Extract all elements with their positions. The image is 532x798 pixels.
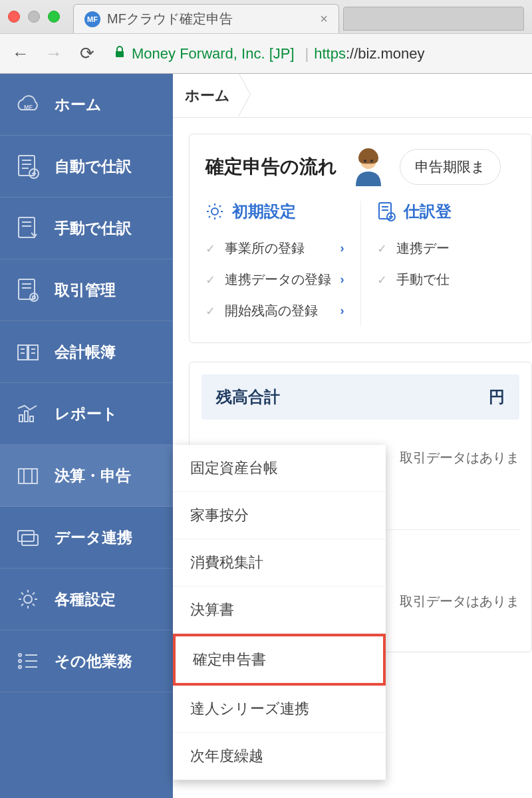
document-gear-icon [15,277,41,303]
checklist-label: 連携データの登録 [225,271,340,289]
sidebar-item-label: 決算・申告 [55,466,131,486]
sidebar-item-label: レポート [55,404,118,424]
window-controls [8,11,60,23]
checklist-label: 連携デー [396,239,516,257]
envelope-icon [15,462,41,489]
breadcrumb-home[interactable]: ホーム [185,86,250,106]
section-header-entry: 仕訳登 [377,201,516,222]
submenu-closing: 固定資産台帳 家事按分 消費税集計 決算書 確定申告書 達人シリーズ連携 次年度… [173,445,386,780]
cards-icon [15,524,41,551]
checklist-item[interactable]: ✓ 事業所の登録 › [205,233,344,264]
document-hand-icon [15,215,41,241]
sidebar-item-label: 各種設定 [55,589,116,610]
submenu-item-tax-return[interactable]: 確定申告書 [173,634,386,686]
submenu-item-financial-statements[interactable]: 決算書 [173,587,386,634]
tab-bar: MF MFクラウド確定申告 × [0,0,532,33]
cloud-icon: MF [15,91,41,118]
check-icon: ✓ [205,241,215,256]
flow-section-entry: 仕訳登 ✓ 連携デー ✓ 手動で仕 [360,201,516,327]
speech-bubble: 申告期限ま [400,149,501,185]
section-header-initial: 初期設定 [205,201,344,222]
url-separator: | [305,45,309,63]
check-icon: ✓ [377,241,387,256]
sidebar-item-label: 自動で仕訳 [55,156,132,177]
sidebar-item-closing[interactable]: 決算・申告 [0,445,173,507]
section-title: 初期設定 [232,201,296,222]
breadcrumb: ホーム [173,74,532,118]
svg-point-39 [211,208,218,215]
browser-chrome: MF MFクラウド確定申告 × ← → ⟳ Money Forward, Inc… [0,0,532,74]
gear-icon [15,586,41,612]
balance-header: 残高合計 円 [201,374,519,420]
checklist-label: 事業所の登録 [225,239,340,257]
svg-text:MF: MF [24,104,33,110]
submenu-item-fixed-assets[interactable]: 固定資産台帳 [173,445,386,492]
svg-rect-12 [19,279,35,299]
chevron-right-icon: › [340,241,344,255]
checklist-label: 手動で仕 [396,271,516,289]
sidebar-item-label: 会計帳簿 [55,342,116,362]
submenu-item-tatsujin[interactable]: 達人シリーズ連携 [173,686,386,733]
svg-point-30 [19,654,21,656]
sidebar-item-auto-entry[interactable]: 自動で仕訳 [0,136,173,198]
close-window-button[interactable] [8,11,20,23]
tab-title: MFクラウド確定申告 [107,10,313,28]
sidebar: MF ホーム 自動で仕訳 手動で仕訳 取引管理 会計帳簿 レポート 決算・申告 [0,74,173,798]
submenu-item-household[interactable]: 家事按分 [173,492,386,539]
svg-rect-24 [19,469,37,483]
sidebar-item-settings[interactable]: 各種設定 [0,569,173,630]
close-tab-icon[interactable]: × [320,11,328,27]
flow-header: 確定申告の流れ 申告期限ま [205,148,515,186]
checklist-item[interactable]: ✓ 連携データの登録 › [205,264,344,295]
flow-section-initial: 初期設定 ✓ 事業所の登録 › ✓ 連携データの登録 › [205,201,344,327]
sidebar-item-other[interactable]: その他業務 [0,630,173,692]
svg-point-29 [24,595,32,603]
checklist-item[interactable]: ✓ 開始残高の登録 › [205,295,344,327]
svg-point-38 [370,160,373,162]
submenu-item-consumption-tax[interactable]: 消費税集計 [173,539,386,587]
speech-text: 申告期限ま [415,159,485,174]
flow-card: 確定申告の流れ 申告期限ま 初期設定 ✓ [189,134,532,343]
url-rest: ://biz.money [346,45,425,63]
new-tab-area[interactable] [343,7,524,31]
balance-unit: 円 [489,386,505,408]
sidebar-item-ledger[interactable]: 会計帳簿 [0,321,173,383]
sidebar-item-label: 取引管理 [55,280,116,301]
address-bar: ← → ⟳ Money Forward, Inc. [JP] | https:/… [0,33,532,73]
reload-button[interactable]: ⟳ [76,43,98,65]
sidebar-item-data-link[interactable]: データ連携 [0,507,173,569]
forward-button[interactable]: → [43,43,65,65]
checklist-item[interactable]: ✓ 連携デー [377,233,516,264]
svg-rect-0 [116,51,124,57]
sidebar-item-transactions[interactable]: 取引管理 [0,259,173,321]
submenu-item-carryover[interactable]: 次年度繰越 [173,733,386,780]
sidebar-item-reports[interactable]: レポート [0,383,173,445]
sidebar-item-manual-entry[interactable]: 手動で仕訳 [0,198,173,259]
sidebar-item-home[interactable]: MF ホーム [0,74,173,136]
flow-title: 確定申告の流れ [205,154,337,180]
chevron-right-icon: › [340,273,344,287]
svg-point-32 [19,660,21,662]
checklist-label: 開始残高の登録 [225,302,340,320]
maximize-window-button[interactable] [48,11,60,23]
check-icon: ✓ [377,273,387,287]
chevron-right-icon: › [340,304,344,318]
browser-tab[interactable]: MF MFクラウド確定申告 × [73,4,339,33]
document-plus-icon [377,201,396,221]
list-icon [15,648,41,674]
chart-icon [15,400,41,427]
url-field[interactable]: Money Forward, Inc. [JP] | https://biz.m… [109,45,523,63]
svg-rect-22 [25,411,28,422]
svg-rect-23 [30,416,33,422]
svg-point-34 [19,666,21,668]
minimize-window-button[interactable] [28,11,40,23]
back-button[interactable]: ← [9,43,32,65]
flow-sections: 初期設定 ✓ 事業所の登録 › ✓ 連携データの登録 › [205,201,515,327]
check-icon: ✓ [205,273,215,287]
svg-rect-28 [22,535,38,545]
checklist-item[interactable]: ✓ 手動で仕 [377,264,516,295]
favicon-icon: MF [84,11,100,27]
svg-rect-27 [18,531,34,541]
assistant-avatar-icon [349,148,388,186]
sidebar-item-label: ホーム [55,94,102,115]
